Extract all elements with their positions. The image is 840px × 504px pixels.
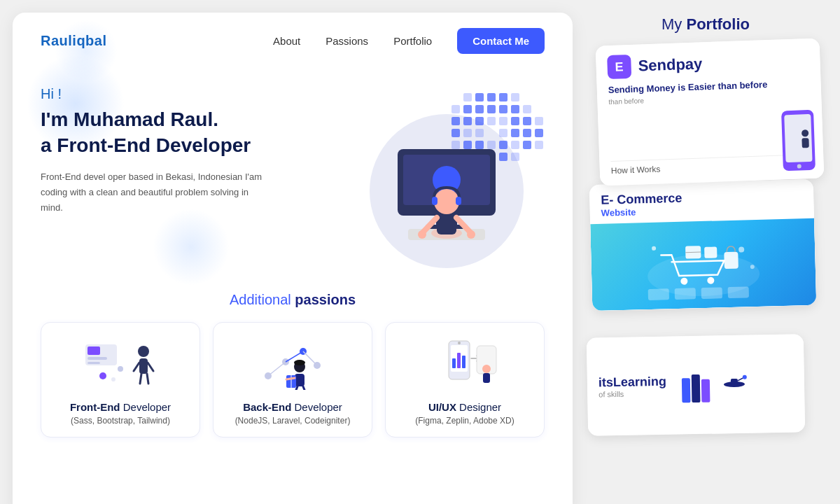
sendpay-name: Sendpay	[638, 55, 703, 75]
developer-svg	[356, 93, 538, 275]
svg-rect-51	[784, 114, 812, 162]
svg-rect-68	[728, 286, 749, 298]
hero-role: a Front-End Developer	[41, 134, 349, 157]
svg-rect-71	[701, 379, 710, 402]
sendpay-icon: E	[607, 55, 631, 79]
svg-rect-16	[88, 362, 100, 364]
svg-line-38	[286, 378, 295, 379]
portfolio-card-sendpay[interactable]: E Sendpay Sending Money is Easier than b…	[596, 38, 825, 186]
svg-rect-7	[437, 212, 456, 234]
passion-card-backend: Back-End Developer (NodeJS, Laravel, Cod…	[213, 322, 372, 438]
svg-rect-18	[139, 358, 148, 374]
svg-rect-54	[802, 138, 808, 148]
svg-rect-65	[648, 288, 669, 300]
svg-line-32	[303, 351, 317, 365]
svg-rect-45	[462, 356, 465, 368]
nav-links: About Passions Portfolio Contact Me	[273, 28, 545, 54]
svg-point-12	[467, 230, 475, 239]
svg-line-20	[148, 363, 153, 371]
itslearning-card-inner: itsLearning of skills	[587, 334, 805, 435]
svg-rect-66	[675, 288, 696, 300]
ecommerce-content	[590, 218, 816, 311]
svg-rect-9	[432, 197, 438, 205]
svg-line-39	[296, 386, 298, 390]
sendpay-logo-row: E Sendpay	[607, 48, 809, 79]
backend-illustration	[225, 335, 360, 391]
passion-cards-container: Front-End Developer (Sass, Bootstrap, Ta…	[41, 322, 545, 438]
logo-text: Rauliqbal	[41, 33, 107, 48]
hero-illustration	[349, 79, 545, 275]
svg-point-34	[294, 360, 305, 365]
contact-button[interactable]: Contact Me	[457, 28, 545, 54]
frontend-illustration	[52, 335, 188, 391]
svg-rect-73	[731, 379, 738, 386]
hero-greeting: Hi !	[41, 86, 349, 102]
svg-rect-67	[701, 287, 722, 299]
svg-rect-35	[295, 374, 304, 386]
right-panel: My Portfolio E Sendpay Sending Money is …	[573, 0, 840, 504]
backend-card-sub: (NodeJS, Laravel, Codeigniter)	[235, 416, 351, 426]
svg-point-61	[652, 246, 656, 251]
itslearning-illustration	[674, 363, 759, 406]
hero-section: Hi ! I'm Muhamad Raul. a Front-End Devel…	[13, 65, 573, 275]
frontend-card-sub: (Sass, Bootstrap, Tailwind)	[71, 416, 170, 426]
hero-text: Hi ! I'm Muhamad Raul. a Front-End Devel…	[41, 79, 349, 216]
uiux-card-sub: (Figma, Zeplin, Adobe XD)	[415, 416, 514, 426]
passions-title: Additional passions	[41, 292, 545, 308]
svg-rect-10	[456, 197, 461, 205]
sendpay-phone-mockup	[780, 108, 817, 173]
frontend-card-title: Front-End Developer	[70, 401, 171, 413]
svg-point-11	[418, 230, 426, 239]
portfolio-title: My Portfolio	[584, 13, 827, 34]
svg-line-30	[268, 362, 286, 376]
svg-point-25	[111, 377, 115, 382]
svg-rect-70	[692, 374, 701, 402]
portfolio-card-ecommerce[interactable]: E- Commerce Website	[589, 179, 817, 311]
svg-point-8	[434, 189, 459, 214]
uiux-illustration	[397, 335, 533, 391]
passion-card-uiux: UI/UX Designer (Figma, Zeplin, Adobe XD)	[385, 322, 545, 438]
svg-point-48	[482, 365, 491, 373]
nav-about[interactable]: About	[273, 35, 300, 47]
svg-point-23	[99, 372, 106, 379]
svg-line-21	[140, 374, 141, 384]
svg-point-75	[743, 375, 747, 379]
ecommerce-card-inner: E- Commerce Website	[589, 179, 817, 311]
left-panel: Rauliqbal About Passions Portfolio Conta…	[13, 13, 573, 504]
svg-rect-43	[452, 358, 456, 368]
passions-section: Additional passions	[13, 275, 573, 451]
itslearning-text: itsLearning of skills	[598, 374, 667, 398]
svg-line-59	[685, 252, 701, 253]
sendpay-card-inner: E Sendpay Sending Money is Easier than b…	[596, 38, 825, 186]
svg-rect-14	[88, 346, 100, 355]
svg-point-17	[138, 346, 149, 357]
navbar: Rauliqbal About Passions Portfolio Conta…	[13, 13, 573, 65]
portfolio-cards: E Sendpay Sending Money is Easier than b…	[584, 42, 827, 491]
backend-card-title: Back-End Developer	[243, 401, 342, 413]
uiux-card-title: UI/UX Designer	[428, 401, 501, 413]
svg-rect-60	[704, 246, 717, 258]
svg-rect-64	[724, 252, 738, 270]
svg-line-40	[303, 386, 304, 390]
nav-portfolio[interactable]: Portfolio	[393, 35, 432, 47]
svg-rect-69	[682, 378, 691, 402]
svg-rect-49	[483, 373, 490, 383]
passion-card-frontend: Front-End Developer (Sass, Bootstrap, Ta…	[41, 322, 200, 438]
nav-passions[interactable]: Passions	[326, 35, 368, 47]
ecommerce-header: E- Commerce Website	[589, 179, 814, 224]
hero-description: Front-End devel oper based in Bekasi, In…	[41, 169, 265, 216]
svg-point-62	[738, 246, 744, 252]
svg-line-19	[134, 363, 139, 371]
svg-point-24	[118, 366, 123, 372]
svg-point-46	[458, 342, 461, 344]
portfolio-card-itslearning[interactable]: itsLearning of skills	[587, 334, 805, 435]
svg-rect-15	[88, 357, 107, 360]
hero-name: I'm Muhamad Raul.	[41, 108, 349, 132]
svg-rect-44	[457, 353, 461, 368]
logo[interactable]: Rauliqbal	[41, 33, 107, 49]
svg-line-22	[147, 374, 148, 384]
